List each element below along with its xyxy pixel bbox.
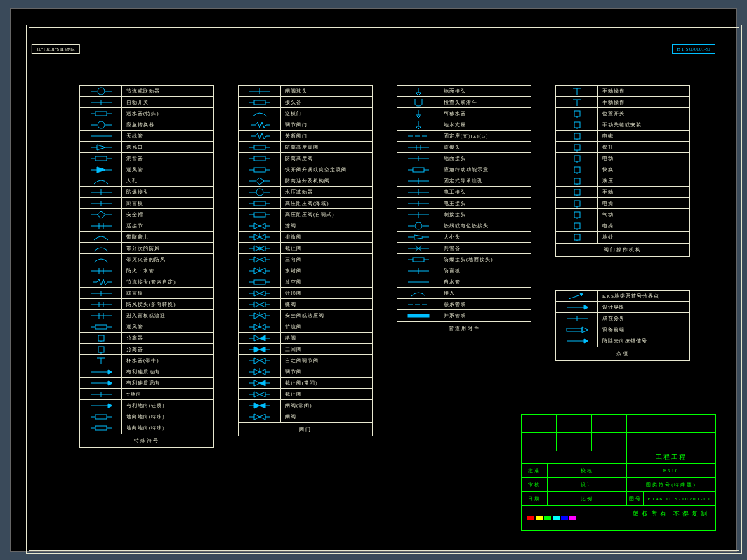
symbol-label: 地面接头 — [439, 153, 531, 164]
svg-marker-162 — [260, 403, 265, 408]
symbol-icon — [80, 411, 122, 422]
scale-bar — [527, 516, 576, 520]
svg-marker-165 — [254, 414, 260, 420]
symbol-icon — [397, 209, 439, 220]
symbol-icon — [397, 220, 439, 231]
symbol-label: 进入盲板或流通 — [122, 310, 213, 321]
table-row: 防离油分及机构阀 — [239, 175, 372, 187]
symbol-icon — [556, 198, 598, 208]
svg-marker-110 — [254, 268, 260, 274]
symbol-label: 手动操作 — [598, 86, 689, 96]
table-row: 水压减动器 — [239, 187, 372, 198]
symbol-icon — [239, 265, 281, 276]
table-row: 位置开关 — [556, 108, 689, 119]
symbol-label: 格阀 — [281, 333, 372, 343]
table-row: 分离器 — [80, 344, 213, 355]
table-row: 闸阀球头 — [239, 86, 372, 97]
table-row: 冻阀 — [239, 220, 372, 232]
symbol-icon — [80, 108, 122, 119]
svg-rect-60 — [95, 415, 107, 419]
symbol-label: 电磁 — [598, 131, 689, 141]
symbol-label: 防离油分及机构阀 — [281, 175, 372, 186]
symbol-icon — [80, 198, 122, 208]
symbol-label: 刺接接头 — [439, 209, 531, 220]
symbol-icon — [239, 344, 281, 354]
symbol-label: 高压阻压阀(自调式) — [281, 209, 372, 220]
svg-marker-137 — [260, 335, 265, 341]
table-row: 地处 — [556, 232, 689, 243]
symbol-label: 水封阀 — [281, 265, 372, 276]
symbol-label: 位置开关 — [598, 108, 689, 119]
table-row: 提升 — [556, 142, 689, 153]
symbol-label: 或盲板 — [122, 288, 213, 298]
symbol-icon — [239, 333, 281, 343]
svg-rect-6 — [95, 112, 107, 116]
symbol-icon — [397, 310, 439, 321]
table-row: 铁线或电位铁接头 — [397, 220, 531, 232]
symbol-icon — [80, 389, 122, 399]
symbol-label: 自动开关 — [122, 97, 213, 107]
symbol-icon — [80, 209, 122, 220]
table-row: 地向地向(特殊) — [80, 411, 213, 422]
svg-marker-145 — [260, 358, 265, 364]
symbol-label: 防爆接头(地面接头) — [439, 254, 531, 265]
svg-rect-115 — [254, 280, 265, 284]
table-row: 闸阀(常闭) — [239, 400, 372, 411]
symbol-icon — [397, 153, 439, 164]
symbol-label: Y地向 — [122, 389, 213, 399]
symbol-icon — [556, 108, 598, 119]
symbol-label: 冻阀 — [281, 220, 372, 231]
svg-marker-96 — [254, 234, 260, 240]
symbol-label: 固定式导承注孔 — [439, 175, 531, 186]
symbol-label: 放空阀 — [281, 276, 372, 287]
symbol-icon — [239, 411, 281, 422]
table-special-symbols: 节流或联动器自动开关送水器(特殊)应急转换器天线管送风口消音器送风管人孔防爆接头… — [79, 85, 214, 448]
svg-marker-52 — [108, 370, 112, 374]
table-row: 电动 — [556, 153, 689, 164]
symbol-icon — [80, 220, 122, 231]
table-row: 送风口 — [80, 142, 213, 153]
svg-marker-242 — [584, 305, 588, 309]
symbol-icon — [239, 355, 281, 366]
symbol-icon — [80, 288, 122, 298]
symbol-label: 自定阀调节阀 — [281, 355, 372, 366]
table-row: 格阀 — [239, 333, 372, 344]
symbol-label: 电主接头 — [439, 198, 531, 208]
symbol-icon — [397, 232, 439, 242]
scale-label: 比例 — [574, 492, 600, 505]
svg-marker-123 — [260, 302, 265, 307]
table-row: 节流阀 — [239, 321, 372, 333]
symbol-label: 调节阀 — [281, 366, 372, 377]
symbol-icon — [239, 232, 281, 242]
table-row: 分离器 — [80, 333, 213, 344]
table-row: 放空阀 — [239, 276, 372, 288]
table-row: 调节阀门 — [239, 119, 372, 131]
symbol-icon — [80, 131, 122, 141]
table-row: 自动开关 — [80, 97, 213, 108]
table-row: 电操 — [556, 198, 689, 209]
symbol-label: 人孔 — [122, 175, 213, 186]
svg-rect-223 — [574, 156, 580, 161]
table1-title: 特殊符号 — [80, 434, 213, 447]
table-row: 节流或联动器 — [80, 86, 213, 97]
table-row: 帯防盖土 — [80, 232, 213, 243]
table-row: 应急行动功能示意 — [397, 164, 531, 175]
svg-marker-13 — [97, 145, 105, 150]
table-row: 高压阻压阀(自调式) — [239, 209, 372, 220]
table3-title: 管道用附件 — [397, 321, 531, 335]
symbol-label: 安全阀或法压阀 — [281, 310, 372, 321]
table-row: 设备前端 — [556, 324, 689, 335]
table-row: 有利硅质地向 — [80, 366, 213, 378]
table-row: 电操 — [556, 220, 689, 232]
svg-point-194 — [415, 222, 422, 229]
table-row: 排放阀 — [239, 232, 372, 243]
table-row: 防盲板 — [397, 265, 531, 276]
svg-marker-127 — [260, 313, 265, 319]
symbol-icon — [80, 142, 122, 152]
svg-rect-237 — [574, 234, 580, 240]
table-row: 直接头 — [397, 142, 531, 153]
svg-marker-166 — [260, 414, 265, 420]
table-row: 逆板门 — [239, 108, 372, 119]
symbol-label: 截止阀 — [281, 243, 372, 253]
table-row: 检查头或潜斗 — [397, 97, 531, 108]
